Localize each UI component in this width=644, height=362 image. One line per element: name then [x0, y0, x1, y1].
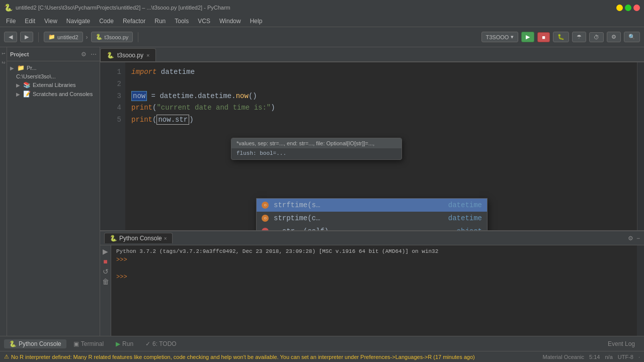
menu-window[interactable]: Window [215, 17, 245, 26]
menu-edit[interactable]: Edit [21, 17, 39, 26]
bottom-todo-icon: ✓ [145, 340, 150, 347]
menu-help[interactable]: Help [246, 17, 267, 26]
console-clear-icon[interactable]: 🗑 [102, 278, 109, 286]
statusbar-left: ⚠ No R interpreter defined: Many R relat… [4, 353, 540, 360]
tree-item-path[interactable]: C:\Users\t3so\... [7, 72, 100, 80]
bottom-toolbar: 🐍 Python Console ▣ Terminal ▶ Run ✓ 6: T… [0, 336, 644, 351]
ac-func-3: __str__(self) [274, 227, 452, 230]
menu-navigate[interactable]: Navigate [62, 17, 94, 26]
ac-icon-2: ○ [262, 215, 269, 222]
bottom-tab-event-log[interactable]: Event Log [603, 339, 640, 348]
forward-button[interactable]: ▶ [20, 32, 33, 42]
menu-run[interactable]: Run [150, 17, 170, 26]
line-num-3: 3 [100, 90, 121, 103]
tree-arrow-scratches: ▶ [16, 92, 21, 97]
console-minimize-icon[interactable]: − [636, 235, 640, 242]
toolbar-sep1 [38, 32, 39, 42]
tree-item-project[interactable]: ▶ 📁 Pr... [7, 63, 100, 72]
prompt-symbol-1: >>> [116, 256, 127, 263]
code-line-2 [131, 78, 631, 90]
coverage-button[interactable]: ☂ [572, 32, 586, 42]
app-icon: 🐍 [4, 4, 13, 12]
titlebar-controls[interactable]: − + × [616, 5, 640, 11]
menu-tools[interactable]: Tools [171, 17, 193, 26]
editor-content[interactable]: 1 2 3 4 5 import datetime now = datetime… [100, 62, 644, 230]
tab-close-button[interactable]: × [146, 52, 149, 58]
autocomplete-list[interactable]: ○ strftime(s… datetime ○ strptime(c… dat… [256, 198, 488, 230]
bottom-tab-terminal[interactable]: ▣ Terminal [68, 339, 109, 348]
ac-type-1: datetime [448, 201, 482, 209]
titlebar: 🐍 untitled2 [C:\Users\t3so\PycharmProjec… [0, 0, 644, 15]
stop-button[interactable]: ■ [537, 32, 550, 42]
menu-view[interactable]: View [40, 17, 61, 26]
debug-button[interactable]: 🐛 [553, 32, 569, 42]
console-prompt-2[interactable]: >>> [116, 274, 632, 281]
line-num-4: 4 [100, 102, 121, 114]
console-version-line: Python 3.7.2 (tags/v3.7.2:9a3ffc0492, De… [116, 248, 632, 254]
tree-arrow-project: ▶ [10, 65, 15, 71]
back-button[interactable]: ◀ [4, 32, 17, 42]
tree-arrow-ext: ▶ [16, 82, 21, 88]
code-line-5: print(now.str) [131, 114, 631, 126]
bottom-run-label: Run [122, 340, 133, 347]
console-empty-line [116, 263, 632, 274]
project-breadcrumb[interactable]: 📁 untitled2 [44, 32, 83, 42]
project-tree: ▶ 📁 Pr... C:\Users\t3so\... ▶ 📚 External… [7, 61, 100, 336]
profile-button[interactable]: ⏱ [589, 32, 604, 42]
tree-label-ext-libs: External Libraries [33, 82, 76, 88]
settings-button[interactable]: ⚙ [607, 32, 621, 42]
ac-icon-3: ○ [262, 228, 269, 230]
ac-func-1: strftime(s… [274, 201, 443, 209]
project-gear-icon[interactable]: ⋯ [91, 51, 97, 58]
file-icon: 🐍 [96, 34, 103, 40]
run-button[interactable]: ▶ [521, 32, 534, 42]
bottom-tab-run[interactable]: ▶ Run [111, 339, 138, 348]
console-reload-icon[interactable]: ↺ [103, 267, 109, 276]
bottom-tab-todo[interactable]: ✓ 6: TODO [140, 339, 182, 348]
ac-item-3[interactable]: ○ __str__(self) object [257, 225, 487, 230]
ac-item-1[interactable]: ○ strftime(s… datetime [257, 199, 487, 212]
console-tab-close[interactable]: × [164, 236, 167, 241]
tree-item-scratches[interactable]: ▶ 📝 Scratches and Consoles [7, 89, 100, 99]
python-console-label: Python Console [119, 235, 162, 242]
python-console-icon: 🐍 [110, 235, 117, 242]
editor-tab-active[interactable]: 🐍 t3sooo.py × [100, 48, 156, 61]
console-right-gutter [637, 245, 644, 336]
tree-item-ext-libs[interactable]: ▶ 📚 External Libraries [7, 80, 100, 89]
titlebar-title: untitled2 [C:\Users\t3so\PycharmProjects… [16, 5, 230, 11]
bottom-eventlog-label: Event Log [608, 340, 635, 347]
file-breadcrumb[interactable]: 🐍 t3sooo.py [91, 32, 133, 42]
line-numbers: 1 2 3 4 5 [100, 62, 125, 230]
bottom-tab-python-console[interactable]: 🐍 Python Console [4, 339, 66, 348]
close-button[interactable]: × [633, 5, 640, 11]
main-layout: 1 2 Project ⚙ ⋯ ▶ 📁 Pr... C:\Users\t3so\… [0, 47, 644, 336]
console-gear-icon[interactable]: ⚙ [628, 235, 633, 242]
maximize-button[interactable]: + [625, 5, 631, 11]
console-prompt-1[interactable]: >>> [116, 256, 632, 263]
console-text[interactable]: Python 3.7.2 (tags/v3.7.2:9a3ffc0492, De… [111, 245, 637, 336]
menu-vcs[interactable]: VCS [194, 17, 214, 26]
search-button[interactable]: 🔍 [624, 32, 640, 42]
project-settings-icon[interactable]: ⚙ [81, 51, 87, 58]
menu-file[interactable]: File [2, 17, 20, 26]
project-title: Project [10, 51, 29, 57]
ac-type-2: datetime [448, 214, 482, 222]
menu-refactor[interactable]: Refactor [119, 17, 149, 26]
menu-code[interactable]: Code [95, 17, 118, 26]
statusbar-encoding: UTF-8 [618, 354, 633, 360]
line-num-5: 5 [100, 114, 121, 126]
console-stop-icon[interactable]: ■ [103, 257, 107, 265]
console-run-icon[interactable]: ▶ [103, 247, 108, 255]
console-area: 🐍 Python Console × ⚙ − ▶ ■ ↺ 🗑 Python 3. [100, 230, 644, 336]
ac-item-2[interactable]: ○ strptime(c… datetime [257, 212, 487, 225]
statusbar-end: · [638, 354, 640, 360]
tooltip-body: flush: bool=... [231, 148, 401, 159]
console-tab-python[interactable]: 🐍 Python Console × [104, 233, 173, 243]
editor-area: 🐍 t3sooo.py × 1 2 3 4 5 import datetime … [100, 47, 644, 336]
bottom-python-label: Python Console [19, 340, 61, 347]
statusbar-separator: n/a [605, 354, 612, 360]
dropdown-icon: ▾ [511, 34, 514, 40]
minimize-button[interactable]: − [616, 5, 623, 11]
run-config-selector[interactable]: T3SOOO ▾ [481, 32, 519, 42]
ext-libs-icon: 📚 [23, 81, 31, 88]
